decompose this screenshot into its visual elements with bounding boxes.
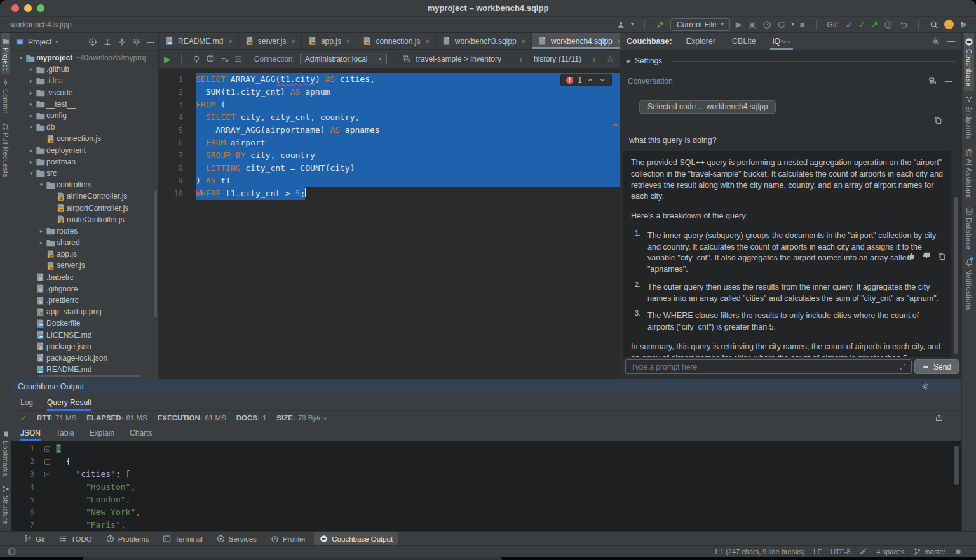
- tree-item-readme-md[interactable]: MDREADME.md: [11, 364, 158, 373]
- tree-vertical-scrollbar[interactable]: [154, 190, 157, 317]
- tree-item-myproject[interactable]: ▾myproject~/Downloads/myproj: [11, 52, 158, 63]
- project-view-title[interactable]: Project: [28, 37, 51, 46]
- tab-close-icon[interactable]: ×: [346, 37, 350, 45]
- tree-item--babelrc[interactable]: .babelrc: [11, 272, 158, 283]
- query-context-icon[interactable]: [402, 55, 411, 63]
- tree-item-postman[interactable]: ▸postman: [11, 156, 158, 168]
- tool-window-button-git[interactable]: Git: [18, 532, 51, 545]
- run-with-coverage-icon[interactable]: [777, 20, 786, 29]
- editor-tab-connection-js[interactable]: JSconnection.js×: [356, 33, 435, 49]
- tool-stripe-tab-ai-assistant[interactable]: @AI Assistant: [965, 144, 973, 203]
- run-config-select[interactable]: Current File▾: [670, 18, 730, 31]
- collapse-conversation-icon[interactable]: —: [945, 77, 952, 86]
- chevron-right-icon[interactable]: ▸: [27, 147, 36, 154]
- line-ending[interactable]: LF: [813, 548, 822, 556]
- tool-stripe-tab-bookmarks[interactable]: Bookmarks: [1, 426, 10, 481]
- expand-input-icon[interactable]: [899, 363, 906, 370]
- copy-icon[interactable]: [933, 116, 942, 124]
- tree-item-package-lock-json[interactable]: package-lock.json: [11, 352, 158, 364]
- tab-close-icon[interactable]: ×: [228, 37, 232, 45]
- query-hint-icon[interactable]: [206, 55, 215, 63]
- tree-item--vscode[interactable]: ▸.vscode: [11, 87, 158, 98]
- connection-select[interactable]: Administrator:local ▾: [300, 53, 387, 65]
- tree-item--idea[interactable]: ▸.idea: [11, 75, 158, 86]
- locate-file-icon[interactable]: [88, 37, 97, 46]
- tab-explorer[interactable]: Explorer: [685, 33, 717, 50]
- chevron-right-icon[interactable]: ▸: [27, 77, 36, 84]
- file-encoding[interactable]: UTF-8: [830, 548, 850, 556]
- fold-marker[interactable]: [44, 468, 53, 481]
- conversation-history-icon[interactable]: [928, 77, 937, 86]
- tree-item-server-js[interactable]: JSserver.js: [11, 260, 158, 271]
- git-commit-check-icon[interactable]: ✓: [858, 20, 865, 29]
- tree-item-dockerfile[interactable]: Dockerfile: [11, 317, 158, 329]
- output-tab-query-result[interactable]: Query Result: [47, 394, 92, 411]
- history-next-icon[interactable]: ›: [593, 54, 596, 64]
- tab-close-icon[interactable]: ×: [425, 37, 429, 45]
- editor-tab-README-md[interactable]: MDREADME.md×: [159, 33, 239, 49]
- query-context[interactable]: travel-sample > inventory: [416, 55, 501, 63]
- search-everywhere-icon[interactable]: [930, 20, 939, 29]
- chevron-right-icon[interactable]: ▸: [27, 112, 36, 119]
- chevron-down-icon[interactable]: ▾: [27, 124, 36, 130]
- collapse-all-icon[interactable]: [118, 37, 126, 46]
- highlighting-level-icon[interactable]: [954, 548, 962, 556]
- menu-icon[interactable]: [234, 55, 243, 63]
- hide-panel-icon[interactable]: —: [939, 382, 947, 391]
- tool-stripe-tab-commit[interactable]: Commit: [1, 74, 10, 118]
- error-stripe-mark[interactable]: [613, 124, 618, 126]
- selected-code-chip[interactable]: Selected code ... workbench4.sqlpp: [639, 100, 776, 114]
- thumbs-down-icon[interactable]: [922, 251, 931, 260]
- profile-icon[interactable]: [762, 20, 771, 29]
- export-result-icon[interactable]: [935, 413, 944, 422]
- thumbs-up-icon[interactable]: [907, 251, 916, 260]
- tree-item-controllers[interactable]: ▾controllers: [11, 179, 158, 190]
- chevron-down-icon[interactable]: ▾: [17, 55, 25, 61]
- expand-all-icon[interactable]: [103, 37, 112, 46]
- chevron-right-icon[interactable]: ▸: [27, 159, 36, 165]
- tree-item--prettierrc[interactable]: .prettierrc: [11, 295, 158, 306]
- tree-horizontal-scrollbar[interactable]: [38, 375, 140, 377]
- gear-icon[interactable]: [921, 382, 930, 391]
- plugin-icon[interactable]: [959, 20, 968, 29]
- tab-cblite[interactable]: CBLite: [731, 33, 757, 50]
- tree-item-connection-js[interactable]: JSconnection.js: [11, 133, 158, 144]
- editor-tab-server-js[interactable]: JSserver.js×: [239, 33, 302, 49]
- fold-marker[interactable]: [44, 443, 53, 455]
- run-button[interactable]: ▶: [736, 20, 742, 29]
- tree-item-airlinecontroller-js[interactable]: JSairlineController.js: [11, 190, 158, 202]
- tree-item-routes[interactable]: ▸routes: [11, 225, 158, 237]
- tool-stripe-tab-database[interactable]: Database: [965, 203, 974, 254]
- tree-item-db[interactable]: ▾db: [11, 121, 158, 133]
- rollback-icon[interactable]: [898, 20, 907, 29]
- layout-icon[interactable]: [8, 547, 16, 556]
- iq-scrollbar[interactable]: [954, 197, 958, 354]
- tool-window-button-services[interactable]: Services: [211, 532, 262, 545]
- tree-item--gitignore[interactable]: .gitignore: [11, 283, 158, 295]
- copy-icon[interactable]: [937, 251, 946, 260]
- tree-item-license-md[interactable]: MDLICENSE.md: [11, 330, 158, 341]
- editor-tab-workbench3-sqlpp[interactable]: workbench3.sqlpp×: [436, 33, 532, 49]
- tree-item-app-startup-png[interactable]: app_startup.png: [11, 306, 158, 317]
- build-hammer-icon[interactable]: [656, 20, 665, 29]
- tool-stripe-tab-project[interactable]: Project: [1, 33, 10, 74]
- tree-item-package-json[interactable]: package.json: [11, 341, 158, 352]
- iq-settings-row[interactable]: ▶ Settings: [627, 57, 955, 65]
- tool-window-button-couchbase-output[interactable]: Couchbase Output: [314, 532, 398, 545]
- next-error-icon[interactable]: [599, 76, 606, 84]
- stop-button[interactable]: ■: [800, 20, 805, 29]
- git-update-icon[interactable]: ↙: [846, 20, 853, 29]
- caret-position[interactable]: 1:1 (247 chars, 9 line breaks): [714, 548, 804, 556]
- git-branch-name[interactable]: master: [924, 548, 946, 556]
- run-query-button[interactable]: ▶: [164, 54, 171, 64]
- tool-window-button-terminal[interactable]: Terminal: [157, 532, 208, 545]
- intention-bulb-icon[interactable]: [192, 55, 201, 63]
- tree-item-airportcontroller-js[interactable]: JSairportController.js: [11, 202, 158, 213]
- tool-window-button-todo[interactable]: TODO: [53, 532, 98, 545]
- chevron-down-icon[interactable]: ▾: [27, 170, 36, 177]
- gear-icon[interactable]: [931, 37, 940, 46]
- inspection-widget[interactable]: ! 1: [560, 74, 612, 86]
- chevron-right-icon[interactable]: ▸: [27, 90, 36, 96]
- gear-icon[interactable]: [132, 37, 141, 46]
- chevron-right-icon[interactable]: ▸: [27, 66, 36, 72]
